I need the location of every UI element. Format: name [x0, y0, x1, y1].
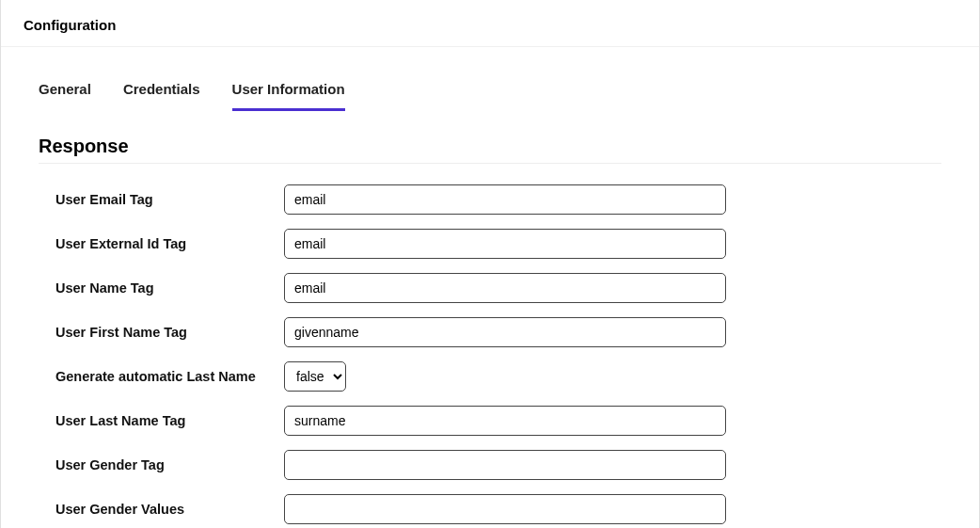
row-user-gender-values: User Gender Values [55, 487, 941, 528]
fields: User Email Tag User External Id Tag User… [39, 177, 941, 528]
select-generate-auto-last-name[interactable]: false true [284, 361, 346, 392]
label-user-last-name-tag: User Last Name Tag [55, 413, 284, 428]
tab-user-information[interactable]: User Information [232, 75, 345, 111]
input-user-first-name-tag[interactable] [284, 317, 726, 347]
row-user-external-id-tag: User External Id Tag [55, 221, 941, 265]
label-generate-auto-last-name: Generate automatic Last Name [55, 369, 284, 384]
label-user-first-name-tag: User First Name Tag [55, 325, 284, 340]
label-user-external-id-tag: User External Id Tag [55, 236, 284, 251]
input-user-email-tag[interactable] [284, 184, 726, 215]
section-title: Response [39, 136, 941, 164]
row-user-name-tag: User Name Tag [55, 265, 941, 310]
tabs: General Credentials User Information [39, 47, 941, 111]
row-generate-auto-last-name: Generate automatic Last Name false true [55, 354, 941, 398]
label-user-gender-tag: User Gender Tag [55, 457, 284, 472]
tab-general[interactable]: General [39, 75, 91, 111]
input-user-name-tag[interactable] [284, 273, 726, 303]
input-user-last-name-tag[interactable] [284, 406, 726, 436]
row-user-email-tag: User Email Tag [55, 177, 941, 221]
content-area: General Credentials User Information Res… [1, 47, 979, 528]
configuration-panel: Configuration General Credentials User I… [0, 0, 980, 528]
row-user-last-name-tag: User Last Name Tag [55, 398, 941, 442]
input-user-gender-tag[interactable] [284, 450, 726, 480]
label-user-email-tag: User Email Tag [55, 192, 284, 207]
input-user-gender-values[interactable] [284, 494, 726, 524]
row-user-first-name-tag: User First Name Tag [55, 310, 941, 354]
row-user-gender-tag: User Gender Tag [55, 442, 941, 487]
input-user-external-id-tag[interactable] [284, 229, 726, 259]
label-user-gender-values: User Gender Values [55, 502, 284, 517]
page-title: Configuration [1, 0, 979, 47]
label-user-name-tag: User Name Tag [55, 280, 284, 296]
tab-credentials[interactable]: Credentials [123, 75, 200, 111]
